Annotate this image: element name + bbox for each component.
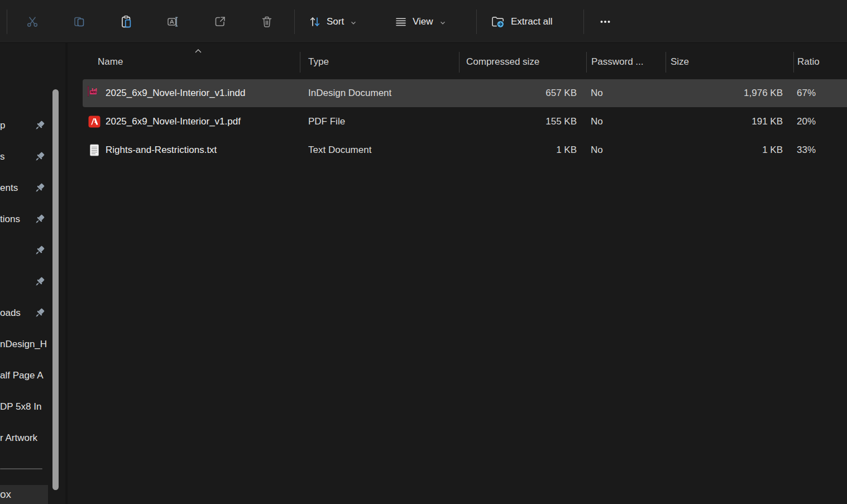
- sort-ascending-icon: [194, 46, 203, 56]
- delete-button[interactable]: [253, 8, 280, 35]
- compressed-size: 657 KB: [465, 79, 577, 107]
- file-size: 1 KB: [671, 136, 783, 164]
- table-row[interactable]: 2025_6x9_Novel-Interior_v1.pdf PDF File …: [68, 108, 847, 136]
- sidebar-item-label: tions: [0, 214, 20, 225]
- column-header-size[interactable]: Size: [671, 49, 689, 75]
- table-row[interactable]: Rights-and-Restrictions.txt Text Documen…: [68, 136, 847, 164]
- pin-icon: [34, 245, 45, 256]
- sidebar-item-label: nDesign_H: [0, 339, 47, 350]
- sort-button-label: Sort: [327, 16, 344, 27]
- sidebar-item-label: s: [0, 151, 5, 162]
- sidebar-divider: [0, 468, 42, 469]
- sidebar-item-active[interactable]: ox: [0, 485, 48, 504]
- file-explorer-window: Sort View Extract all: [0, 0, 847, 504]
- rename-icon: [166, 15, 180, 28]
- toolbar-divider: [294, 9, 295, 34]
- file-size: 191 KB: [671, 108, 783, 136]
- file-type: PDF File: [308, 108, 345, 136]
- column-header-compressed-size[interactable]: Compressed size: [466, 49, 539, 75]
- sidebar-item-label: ox: [0, 488, 11, 501]
- file-type: Text Document: [308, 136, 371, 164]
- cut-button[interactable]: [19, 8, 46, 35]
- indesign-file-icon: IdINDD: [88, 87, 101, 100]
- file-type: InDesign Document: [308, 79, 391, 107]
- password-flag: No: [591, 108, 603, 136]
- pdf-file-icon: [88, 115, 101, 128]
- password-flag: No: [591, 79, 603, 107]
- pin-icon: [34, 151, 45, 162]
- password-flag: No: [591, 136, 603, 164]
- text-file-icon: [88, 143, 101, 157]
- paste-button[interactable]: [113, 8, 140, 35]
- paste-icon: [119, 15, 133, 28]
- column-header-type[interactable]: Type: [308, 49, 329, 75]
- chevron-down-icon: [350, 20, 357, 26]
- column-header-ratio[interactable]: Ratio: [797, 49, 820, 75]
- rename-button[interactable]: [160, 8, 186, 35]
- share-icon: [213, 15, 227, 28]
- view-button-label: View: [413, 16, 433, 27]
- table-row[interactable]: IdINDD 2025_6x9_Novel-Interior_v1.indd I…: [68, 79, 847, 107]
- ellipsis-icon: [597, 14, 613, 30]
- toolbar-divider: [7, 9, 7, 34]
- column-resize-handle[interactable]: [666, 52, 666, 73]
- sort-button[interactable]: Sort: [302, 8, 363, 35]
- file-size: 1,976 KB: [671, 79, 783, 107]
- sidebar-item-label: oads: [0, 308, 21, 319]
- copy-icon: [73, 15, 86, 28]
- compression-ratio: 20%: [797, 108, 816, 136]
- sidebar-item-label: alf Page A: [0, 370, 44, 381]
- pin-icon: [34, 308, 45, 319]
- cut-icon: [26, 15, 39, 28]
- extract-all-button[interactable]: Extract all: [484, 8, 559, 35]
- extract-all-label: Extract all: [511, 16, 553, 27]
- sidebar-item-label: ents: [0, 183, 18, 194]
- column-resize-handle[interactable]: [586, 52, 587, 73]
- toolbar: Sort View Extract all: [0, 0, 847, 43]
- column-header-password[interactable]: Password ...: [591, 49, 644, 75]
- compression-ratio: 67%: [797, 79, 816, 107]
- column-header-name[interactable]: Name: [98, 49, 123, 75]
- pin-icon: [34, 214, 45, 225]
- pin-icon: [34, 276, 45, 287]
- compression-ratio: 33%: [797, 136, 816, 164]
- extract-all-icon: [490, 14, 506, 30]
- sidebar-item-label: r Artwork: [0, 433, 37, 444]
- column-resize-handle[interactable]: [300, 52, 300, 73]
- view-icon: [394, 15, 408, 28]
- view-button[interactable]: View: [387, 8, 453, 35]
- pin-icon: [34, 120, 45, 131]
- sidebar-item-label: p: [0, 120, 5, 131]
- file-name: Rights-and-Restrictions.txt: [106, 136, 217, 164]
- compressed-size: 155 KB: [465, 108, 577, 136]
- share-button[interactable]: [207, 8, 233, 35]
- pin-icon: [34, 183, 45, 194]
- copy-button[interactable]: [66, 8, 93, 35]
- column-resize-handle[interactable]: [793, 52, 794, 73]
- file-list-pane: Name Type Compressed size Password ... S…: [68, 43, 847, 504]
- toolbar-divider: [583, 9, 584, 34]
- file-name: 2025_6x9_Novel-Interior_v1.indd: [106, 79, 245, 107]
- column-resize-handle[interactable]: [459, 52, 460, 73]
- sidebar-scrollbar[interactable]: [52, 89, 59, 490]
- file-name: 2025_6x9_Novel-Interior_v1.pdf: [106, 108, 241, 136]
- column-header-row: Name Type Compressed size Password ... S…: [68, 49, 847, 75]
- compressed-size: 1 KB: [465, 136, 577, 164]
- chevron-down-icon: [439, 20, 446, 26]
- navigation-pane: p s ents tions oads nDesign_H: [0, 43, 65, 504]
- more-options-button[interactable]: [592, 8, 619, 35]
- sort-icon: [308, 15, 322, 28]
- toolbar-divider: [476, 9, 477, 34]
- sidebar-item-label: DP 5x8 In: [0, 401, 41, 412]
- delete-icon: [260, 15, 274, 28]
